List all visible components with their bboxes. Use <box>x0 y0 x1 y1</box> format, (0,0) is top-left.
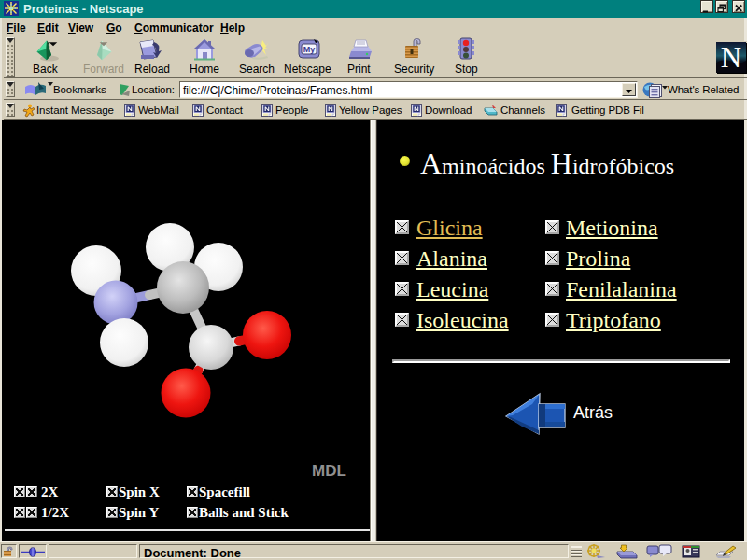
svg-text:N: N <box>721 41 741 74</box>
svg-text:My: My <box>303 45 316 54</box>
svg-text:MDL: MDL <box>312 462 346 480</box>
